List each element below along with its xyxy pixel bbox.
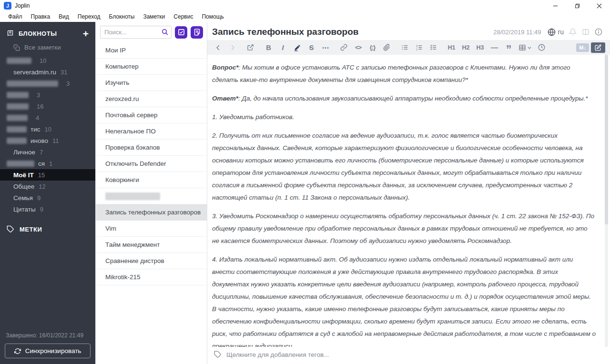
external-edit-button[interactable] — [244, 41, 256, 54]
notebooks-header: БЛОКНОТЫ + — [0, 22, 95, 41]
note-list-item[interactable]: Компьютер — [96, 59, 207, 75]
restore-button[interactable] — [566, 0, 588, 11]
editor-scrollbar-track — [605, 55, 608, 347]
strikethrough-button[interactable]: S — [305, 41, 317, 54]
insert-table-button[interactable] — [517, 41, 533, 54]
editor-view-toggle[interactable] — [591, 42, 605, 53]
menu-item[interactable]: Переход — [73, 12, 105, 21]
notebook-count: 9 — [37, 194, 41, 202]
layout-columns-button[interactable] — [582, 28, 590, 36]
checkbox-list-button[interactable] — [427, 41, 439, 54]
note-properties-button[interactable] — [595, 28, 602, 36]
sidebar-notebook-item[interactable]: 3 — [0, 78, 95, 89]
spellcheck-globe-button[interactable] — [548, 28, 556, 36]
paragraph-text: : Мы хотим в офисе установить АТС с запи… — [212, 64, 570, 83]
note-content[interactable]: Вопрос*: Мы хотим в офисе установить АТС… — [207, 55, 610, 347]
sidebar-notebook-item[interactable]: тис 10 — [0, 123, 95, 135]
minimize-button[interactable] — [544, 0, 566, 11]
note-title-label: Изучить — [105, 79, 129, 86]
note-list-item[interactable]: Коворкинги — [96, 172, 207, 188]
note-list-item[interactable]: Проверка бэкапов — [96, 140, 207, 156]
note-title-label: zeroxzed.ru — [105, 95, 139, 102]
heading2-button[interactable]: H2 — [460, 41, 472, 54]
bold-button[interactable]: B — [263, 41, 274, 54]
sidebar-notebook-item[interactable]: Цитаты 9 — [0, 203, 95, 215]
new-note-button[interactable] — [191, 26, 203, 39]
hyperlink-button[interactable] — [338, 41, 350, 54]
sidebar-notebook-item[interactable]: ся 1 — [0, 158, 95, 169]
menu-item[interactable]: Вид — [54, 12, 73, 21]
insert-datetime-button[interactable] — [536, 41, 548, 54]
menu-item[interactable]: Помощь — [197, 12, 228, 21]
sidebar-notebook-item[interactable]: Общее 12 — [0, 181, 95, 192]
more-formats-button[interactable]: ••• — [320, 41, 332, 54]
note-list-item[interactable]: Mikrotik-215 — [96, 269, 207, 285]
paragraph-lead: Вопрос* — [212, 64, 239, 71]
note-list-item[interactable]: Нелегальное ПО — [96, 123, 207, 140]
menu-item[interactable]: Файл — [4, 12, 27, 21]
sidebar-notebook-item[interactable]: Личное 7 — [0, 146, 95, 158]
editor-scrollbar-thumb[interactable] — [605, 55, 608, 224]
code-block-button[interactable]: {;} — [366, 41, 378, 54]
alarm-bell-button[interactable] — [569, 28, 577, 36]
note-list-item[interactable]: Изучить — [96, 75, 207, 91]
sidebar-notebook-item[interactable]: 3 — [0, 89, 95, 101]
inline-code-button[interactable]: <> — [352, 41, 364, 54]
numbered-list-button[interactable] — [413, 41, 425, 54]
highlight-pen-button[interactable] — [291, 41, 303, 54]
redacted-note-title — [105, 192, 160, 200]
note-title-label: Тайм менеджмент — [105, 241, 160, 248]
notebook-count: 9 — [40, 206, 43, 213]
notebook-label: тис — [30, 126, 40, 133]
sidebar-notebook-item[interactable]: Семья 9 — [0, 192, 95, 203]
note-list-item[interactable]: Тайм менеджмент — [96, 237, 207, 253]
window-title: Joplin — [15, 2, 30, 9]
tag-icon — [7, 225, 14, 233]
bulleted-list-button[interactable] — [399, 41, 411, 54]
redacted-label — [7, 138, 27, 144]
menu-item[interactable]: Правка — [27, 12, 55, 21]
sidebar-notebook-item[interactable]: serveradmin.ru 31 — [0, 66, 95, 78]
menu-item[interactable]: Сервис — [169, 12, 197, 21]
new-notebook-button[interactable]: + — [83, 30, 89, 37]
sidebar-notebook-item[interactable]: Моё IT 15 — [0, 169, 95, 181]
note-title-label: Компьютер — [105, 63, 139, 70]
forward-button[interactable] — [226, 41, 238, 54]
menu-item[interactable]: Заметки — [139, 12, 169, 21]
notebook-count: 10 — [40, 57, 46, 64]
note-list-item[interactable] — [96, 188, 207, 204]
sidebar-item-all-notes[interactable]: Все заметки — [0, 41, 95, 54]
close-button[interactable] — [588, 0, 610, 11]
note-list-item[interactable]: Мои IP — [96, 42, 207, 59]
sidebar-notebook-item[interactable]: иново 11 — [0, 135, 95, 146]
menu-item[interactable]: Блокноты — [104, 12, 139, 21]
sidebar-notebook-item[interactable]: 16 — [0, 101, 95, 112]
sync-button[interactable]: Синхронизировать — [5, 344, 91, 358]
note-list-item[interactable]: zeroxzed.ru — [96, 91, 207, 107]
joplin-window: J Joplin ФайлПравкаВидПереходБлокнотыЗам… — [0, 0, 610, 364]
note-list-item[interactable]: Сравнение дистров — [96, 253, 207, 269]
attach-file-button[interactable] — [381, 41, 393, 54]
todo-checkbox-icon — [178, 29, 185, 36]
menu-bar: ФайлПравкаВидПереходБлокнотыЗаметкиСерви… — [0, 11, 610, 22]
restore-icon — [575, 3, 580, 9]
sidebar-notebook-item[interactable]: 4 — [0, 112, 95, 123]
sidebar-notebook-item[interactable]: 10 — [0, 55, 95, 66]
note-list-item[interactable]: Vim — [96, 221, 207, 237]
back-button[interactable] — [212, 41, 224, 54]
markdown-view-toggle[interactable]: M↓ — [576, 43, 589, 52]
tag-icon — [214, 351, 222, 358]
italic-button[interactable]: I — [277, 41, 289, 54]
heading1-button[interactable]: H1 — [446, 41, 458, 54]
horizontal-rule-button[interactable]: — — [488, 41, 500, 54]
note-paragraph: 4. Издать локальный нормативный акт. Об … — [212, 253, 596, 347]
note-list-item[interactable]: Отключить Defender — [96, 156, 207, 172]
heading3-button[interactable]: H3 — [474, 41, 486, 54]
notebook-list: 10 serveradmin.ru 31 3 — [0, 55, 95, 215]
note-list-item[interactable]: Запись телефонных разговоров — [96, 204, 207, 221]
blockquote-button[interactable]: ” — [503, 41, 515, 54]
tag-bar[interactable]: Щелкните для добавления тегов... — [207, 347, 610, 364]
new-todo-button[interactable] — [175, 26, 187, 39]
note-list-item[interactable]: Почтовый сервер — [96, 107, 207, 123]
editor-panel: Запись телефонных разговоров 28/02/2019 … — [207, 22, 610, 364]
